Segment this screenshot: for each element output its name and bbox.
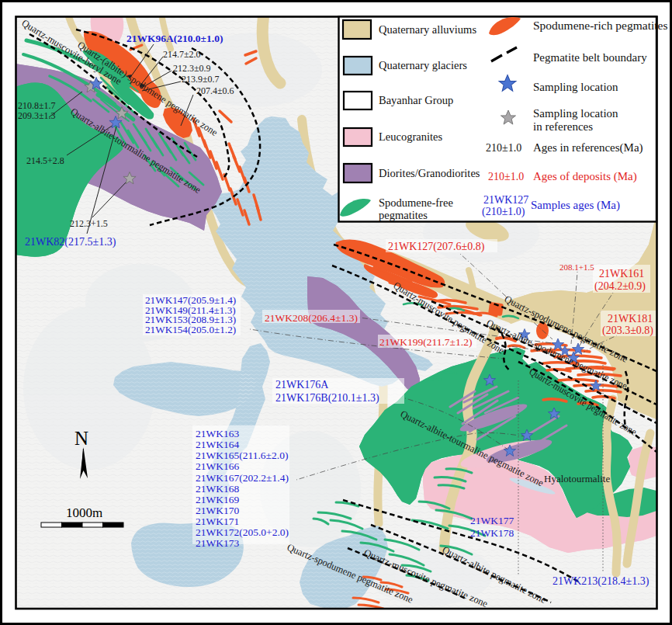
svg-text:21WK170: 21WK170 [196,505,239,516]
svg-text:21WK177: 21WK177 [470,515,514,526]
svg-text:21WK163: 21WK163 [196,428,239,439]
svg-text:21WK176B(210.1±1.3): 21WK176B(210.1±1.3) [275,392,379,405]
svg-text:214.5+2.8: 214.5+2.8 [26,155,64,166]
svg-text:Hyalotourmalite: Hyalotourmalite [544,473,610,484]
svg-text:21WK172(205.0+2.0): 21WK172(205.0+2.0) [196,526,289,538]
svg-text:21WK176A: 21WK176A [275,379,329,391]
svg-text:210±1.0: 210±1.0 [486,142,521,154]
svg-text:Quaternary alluviums: Quaternary alluviums [379,23,476,36]
svg-text:21WK127: 21WK127 [483,194,528,206]
svg-text:pegmatites: pegmatites [379,209,428,221]
svg-text:21WK199(211.7±1.2): 21WK199(211.7±1.2) [379,336,472,348]
svg-text:Samples ages (Ma): Samples ages (Ma) [531,199,620,212]
svg-text:21WK213(218.4±1.3): 21WK213(218.4±1.3) [552,575,649,588]
svg-text:21WK168: 21WK168 [196,483,239,495]
svg-text:21WK82(217.5±1.3): 21WK82(217.5±1.3) [25,236,116,248]
svg-text:21WK208(206.4±1.3): 21WK208(206.4±1.3) [265,312,358,324]
svg-text:21WK173: 21WK173 [196,537,239,549]
svg-text:21WK181: 21WK181 [608,313,653,325]
svg-text:Sampling location: Sampling location [533,81,618,93]
svg-text:210±1.0: 210±1.0 [488,171,524,182]
svg-text:(204.2±0.9): (204.2±0.9) [594,280,646,293]
svg-text:1000m: 1000m [66,505,102,520]
svg-text:Ages of deposits (Ma): Ages of deposits (Ma) [533,170,637,183]
svg-text:212.3±0.9: 212.3±0.9 [173,63,211,74]
svg-text:in references: in references [533,120,593,133]
svg-text:213.9±0.7: 213.9±0.7 [182,74,220,85]
svg-text:Bayanhar Group: Bayanhar Group [379,94,453,106]
svg-text:N: N [74,428,88,449]
svg-text:210.8±1.7: 210.8±1.7 [18,100,56,111]
svg-text:212.3+1.5: 212.3+1.5 [70,218,108,229]
svg-text:21WK96A(210.0±1.0): 21WK96A(210.0±1.0) [126,33,223,44]
svg-text:207.4±0.6: 207.4±0.6 [196,85,234,96]
svg-text:209.3±1.3: 209.3±1.3 [18,110,56,121]
svg-text:Diorites/Granodiorites: Diorites/Granodiorites [379,167,480,179]
svg-text:Sampling location: Sampling location [533,107,618,120]
svg-text:Spodumene-rich pegmatites: Spodumene-rich pegmatites [533,19,667,32]
svg-text:21WK169: 21WK169 [196,494,239,505]
svg-text:Ages in references(Ma): Ages in references(Ma) [533,141,643,155]
svg-text:21WK166: 21WK166 [196,460,239,472]
svg-text:(210±1.0): (210±1.0) [482,206,525,218]
svg-text:Spodumene-free: Spodumene-free [379,196,453,209]
svg-text:21WK178: 21WK178 [470,527,514,539]
svg-text:(203.3±0.8): (203.3±0.8) [602,325,653,337]
svg-text:Pegmatite belt boundary: Pegmatite belt boundary [533,51,647,64]
svg-text:21WK171: 21WK171 [196,516,239,527]
svg-text:208.1+1.5: 208.1+1.5 [559,262,594,272]
svg-text:21WK127(207.6±0.8): 21WK127(207.6±0.8) [388,241,485,253]
svg-text:21WK154(205.0±1.2): 21WK154(205.0±1.2) [145,324,236,335]
svg-text:Quaternary glaciers: Quaternary glaciers [379,59,467,71]
svg-text:Leucogranites: Leucogranites [379,130,442,143]
svg-text:21WK165(211.6±2.0): 21WK165(211.6±2.0) [196,450,288,461]
svg-text:21WK164: 21WK164 [196,439,239,450]
svg-text:21WK167(202.2±1.4): 21WK167(202.2±1.4) [196,472,289,484]
svg-text:214.7±2.0: 214.7±2.0 [163,49,201,60]
svg-text:21WK161: 21WK161 [599,268,644,280]
